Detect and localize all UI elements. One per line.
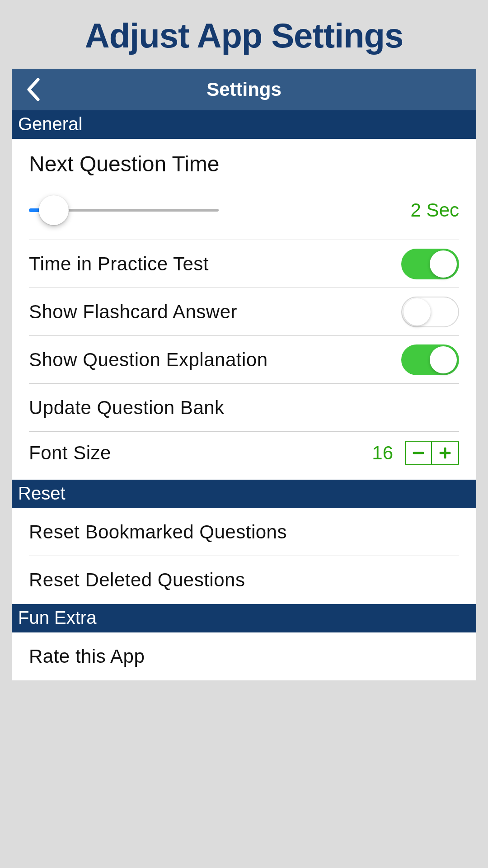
section-header-reset: Reset xyxy=(12,480,476,508)
show-explanation-toggle[interactable] xyxy=(401,344,459,375)
show-explanation-row: Show Question Explanation xyxy=(29,336,459,384)
next-question-time-slider[interactable] xyxy=(29,194,219,226)
show-flashcard-label: Show Flashcard Answer xyxy=(29,301,237,323)
font-size-decrease-button[interactable] xyxy=(406,442,432,464)
app-frame: Settings General Next Question Time 2 Se… xyxy=(12,69,476,680)
slider-thumb[interactable] xyxy=(39,195,69,225)
show-flashcard-toggle[interactable] xyxy=(401,297,459,327)
font-size-stepper xyxy=(405,441,459,465)
font-size-increase-button[interactable] xyxy=(432,442,458,464)
back-button[interactable] xyxy=(25,78,41,101)
section-header-general: General xyxy=(12,110,476,139)
next-question-time-block: Next Question Time 2 Sec xyxy=(29,139,459,240)
font-size-row: Font Size 16 xyxy=(29,432,459,480)
time-in-practice-row: Time in Practice Test xyxy=(29,240,459,288)
rate-app-row[interactable]: Rate this App xyxy=(29,632,459,680)
font-size-label: Font Size xyxy=(29,442,111,464)
time-in-practice-label: Time in Practice Test xyxy=(29,253,209,275)
font-size-value: 16 xyxy=(372,442,393,464)
plus-icon xyxy=(439,447,451,459)
section-header-fun-extra: Fun Extra xyxy=(12,604,476,632)
rate-app-label: Rate this App xyxy=(29,646,145,667)
reset-deleted-row[interactable]: Reset Deleted Questions xyxy=(29,556,459,604)
next-question-time-label: Next Question Time xyxy=(29,151,459,176)
show-explanation-label: Show Question Explanation xyxy=(29,349,268,371)
time-in-practice-toggle[interactable] xyxy=(401,249,459,279)
reset-bookmarked-label: Reset Bookmarked Questions xyxy=(29,521,287,543)
minus-icon xyxy=(413,447,424,459)
next-question-time-value: 2 Sec xyxy=(411,199,459,221)
toggle-knob xyxy=(404,298,431,326)
toggle-knob xyxy=(430,346,457,373)
navbar: Settings xyxy=(12,69,476,110)
reset-bookmarked-row[interactable]: Reset Bookmarked Questions xyxy=(29,508,459,556)
toggle-knob xyxy=(430,250,457,278)
page-heading: Adjust App Settings xyxy=(0,0,488,69)
reset-deleted-label: Reset Deleted Questions xyxy=(29,569,245,591)
update-question-bank-row[interactable]: Update Question Bank xyxy=(29,384,459,432)
chevron-left-icon xyxy=(25,78,41,101)
update-question-bank-label: Update Question Bank xyxy=(29,397,225,419)
navbar-title: Settings xyxy=(206,79,282,100)
show-flashcard-row: Show Flashcard Answer xyxy=(29,288,459,336)
